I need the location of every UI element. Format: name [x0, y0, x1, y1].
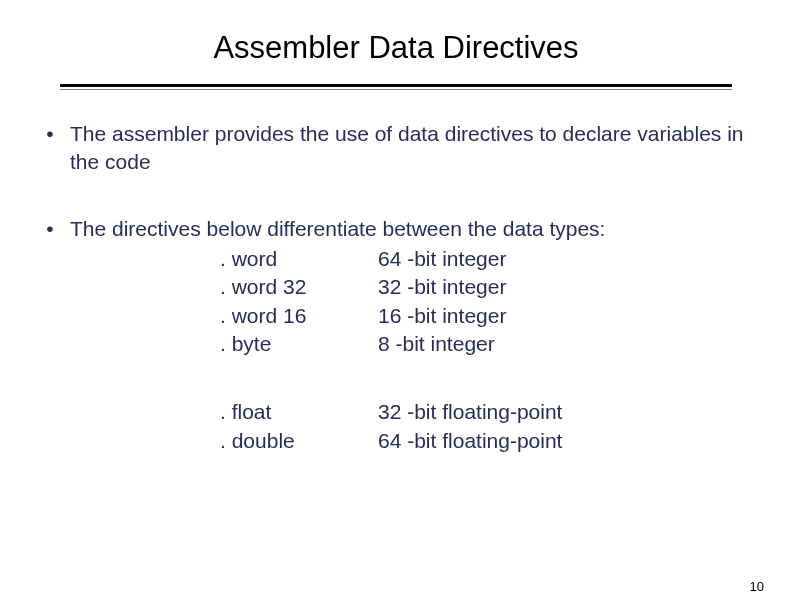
directive-row: . double 64 -bit floating-point [220, 427, 762, 455]
directive-desc: 8 -bit integer [378, 330, 762, 358]
directive-row: . byte 8 -bit integer [220, 330, 762, 358]
slide-content: • The assembler provides the use of data… [0, 120, 792, 455]
bullet-marker: • [30, 120, 70, 177]
directive-name: . float [220, 398, 378, 426]
spacer [70, 358, 762, 396]
directive-row: . word 32 32 -bit integer [220, 273, 762, 301]
directive-row: . word 16 16 -bit integer [220, 302, 762, 330]
directive-row: . float 32 -bit floating-point [220, 398, 762, 426]
bullet-lead-text: The directives below differentiate betwe… [70, 217, 605, 240]
bullet-marker: • [30, 215, 70, 455]
directive-row: . word 64 -bit integer [220, 245, 762, 273]
directive-desc: 64 -bit floating-point [378, 427, 762, 455]
directive-table-integers: . word 64 -bit integer . word 32 32 -bit… [220, 245, 762, 358]
bullet-text: The directives below differentiate betwe… [70, 215, 762, 455]
directive-desc: 32 -bit floating-point [378, 398, 762, 426]
directive-desc: 32 -bit integer [378, 273, 762, 301]
divider-thick [60, 84, 732, 87]
slide: Assembler Data Directives • The assemble… [0, 0, 792, 612]
page-number: 10 [750, 579, 764, 594]
directive-desc: 64 -bit integer [378, 245, 762, 273]
bullet-item: • The directives below differentiate bet… [30, 215, 762, 455]
directive-table-floats: . float 32 -bit floating-point . double … [220, 398, 762, 455]
directive-desc: 16 -bit integer [378, 302, 762, 330]
bullet-text: The assembler provides the use of data d… [70, 120, 762, 177]
bullet-item: • The assembler provides the use of data… [30, 120, 762, 177]
directive-name: . byte [220, 330, 378, 358]
divider-thin [60, 89, 732, 90]
slide-title: Assembler Data Directives [0, 30, 792, 66]
directive-name: . word 16 [220, 302, 378, 330]
title-divider [60, 84, 732, 90]
directive-name: . word [220, 245, 378, 273]
directive-name: . double [220, 427, 378, 455]
directive-name: . word 32 [220, 273, 378, 301]
